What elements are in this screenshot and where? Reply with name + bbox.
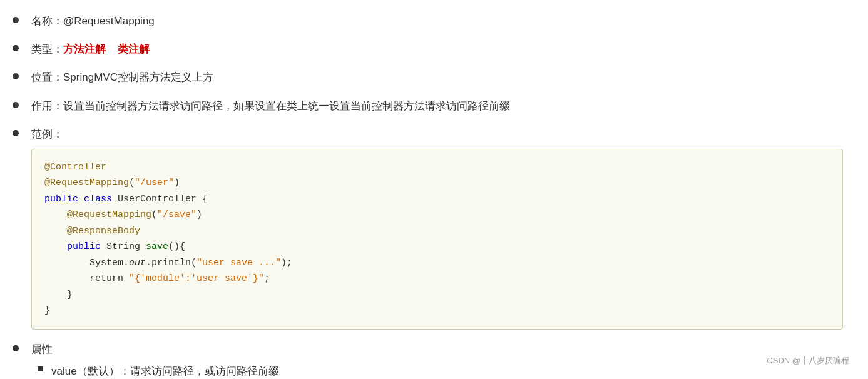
code-default: .println( — [146, 258, 197, 268]
code-line-9: } — [44, 287, 830, 303]
label-usage: 作用： — [31, 100, 63, 112]
code-line-1: @Controller — [44, 159, 830, 176]
code-line-5: @ResponseBody — [44, 223, 830, 240]
code-default: ) — [197, 210, 202, 220]
code-line-7: System.out.println("user save ..."); — [44, 255, 830, 271]
value-name: @RequestMapping — [63, 15, 155, 27]
bullet-dot — [13, 73, 19, 79]
code-default: ) — [174, 178, 180, 188]
label-example: 范例： — [31, 128, 63, 140]
bullet-dot — [13, 345, 19, 351]
bullet-item-example: 范例： @Controller @RequestMapping("/user")… — [13, 126, 843, 330]
sub-bullet-square — [38, 366, 43, 371]
bullet-item-type: 类型：方法注解 类注解 — [13, 41, 843, 58]
code-annotation: @ResponseBody — [67, 226, 140, 236]
code-line-8: return "{'module':'user save'}"; — [44, 271, 830, 287]
highlight-method: 方法注解 — [63, 43, 106, 55]
bullet-dot — [13, 17, 19, 23]
bullet-content-type: 类型：方法注解 类注解 — [31, 41, 843, 58]
bullet-dot — [13, 45, 19, 51]
sub-bullet-list: value（默认）：请求访问路径，或访问路径前缀 — [31, 363, 843, 379]
code-italic: out — [129, 258, 146, 268]
code-keyword: public — [67, 241, 101, 252]
code-default: ); — [281, 258, 292, 268]
code-default: ; — [264, 273, 270, 284]
code-keyword: public — [44, 194, 78, 205]
code-annotation: @Controller — [44, 162, 106, 173]
code-default — [78, 194, 84, 205]
label-name: 名称： — [31, 15, 63, 27]
label-position: 位置： — [31, 71, 63, 83]
code-block: @Controller @RequestMapping("/user") pub… — [31, 149, 843, 330]
value-usage: 设置当前控制器方法请求访问路径，如果设置在类上统一设置当前控制器方法请求访问路径… — [63, 100, 510, 112]
label-type: 类型： — [31, 43, 63, 55]
bullet-item-position: 位置：SpringMVC控制器方法定义上方 — [13, 69, 843, 86]
code-string: "/save" — [157, 210, 197, 220]
code-string: "/user" — [135, 178, 174, 188]
bullet-list: 名称：@RequestMapping 类型：方法注解 类注解 位置：Spring… — [13, 13, 843, 379]
code-default: } — [67, 290, 73, 300]
code-annotation: @RequestMapping — [44, 178, 129, 188]
footer-credit: CSDN @十八岁厌编程 — [767, 355, 849, 366]
credit-text: CSDN @十八岁厌编程 — [767, 356, 849, 365]
code-default: return — [89, 273, 129, 284]
code-line-3: public class UserController { — [44, 191, 830, 208]
code-line-2: @RequestMapping("/user") — [44, 175, 830, 191]
code-line-10: } — [44, 303, 830, 319]
code-string: "{'module':'user save'}" — [129, 273, 264, 284]
bullet-content-usage: 作用：设置当前控制器方法请求访问路径，如果设置在类上统一设置当前控制器方法请求访… — [31, 98, 843, 114]
code-default: } — [44, 305, 50, 316]
code-default: System. — [89, 258, 129, 268]
code-default: ( — [129, 178, 135, 188]
bullet-item-props: 属性 value（默认）：请求访问路径，或访问路径前缀 — [13, 341, 843, 379]
code-line-6: public String save(){ — [44, 239, 830, 255]
sub-bullet-item-value: value（默认）：请求访问路径，或访问路径前缀 — [38, 363, 843, 379]
code-default: UserController { — [112, 194, 208, 205]
bullet-content-example: 范例： @Controller @RequestMapping("/user")… — [31, 126, 843, 330]
sub-bullet-text-value: value（默认）：请求访问路径，或访问路径前缀 — [51, 363, 279, 379]
main-content: 名称：@RequestMapping 类型：方法注解 类注解 位置：Spring… — [13, 13, 843, 379]
code-default: (){ — [168, 241, 185, 252]
bullet-item-usage: 作用：设置当前控制器方法请求访问路径，如果设置在类上统一设置当前控制器方法请求访… — [13, 98, 843, 114]
code-line-4: @RequestMapping("/save") — [44, 207, 830, 223]
bullet-dot — [13, 102, 19, 108]
code-string: "user save ..." — [197, 258, 281, 268]
code-method: save — [146, 241, 168, 252]
bullet-item-name: 名称：@RequestMapping — [13, 13, 843, 29]
code-keyword: class — [84, 194, 112, 205]
code-annotation: @RequestMapping — [67, 210, 151, 220]
value-position: SpringMVC控制器方法定义上方 — [63, 71, 213, 83]
code-default: ( — [151, 210, 157, 220]
bullet-dot — [13, 130, 19, 136]
label-props: 属性 — [31, 343, 53, 355]
bullet-content-position: 位置：SpringMVC控制器方法定义上方 — [31, 69, 843, 86]
bullet-content-props: 属性 value（默认）：请求访问路径，或访问路径前缀 — [31, 341, 843, 379]
highlight-class: 类注解 — [118, 43, 150, 55]
code-default: String — [101, 241, 146, 252]
bullet-content-name: 名称：@RequestMapping — [31, 13, 843, 29]
